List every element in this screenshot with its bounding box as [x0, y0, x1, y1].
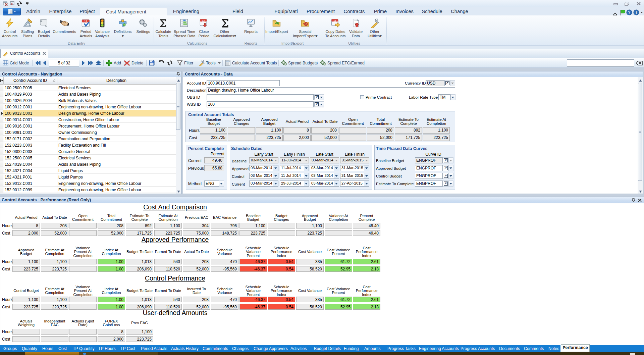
- svg-text:12: 12: [333, 19, 336, 22]
- svg-text:12: 12: [84, 20, 87, 23]
- svg-text:?: ?: [628, 10, 630, 15]
- svg-text:12: 12: [202, 19, 205, 22]
- svg-text:i: i: [636, 10, 637, 15]
